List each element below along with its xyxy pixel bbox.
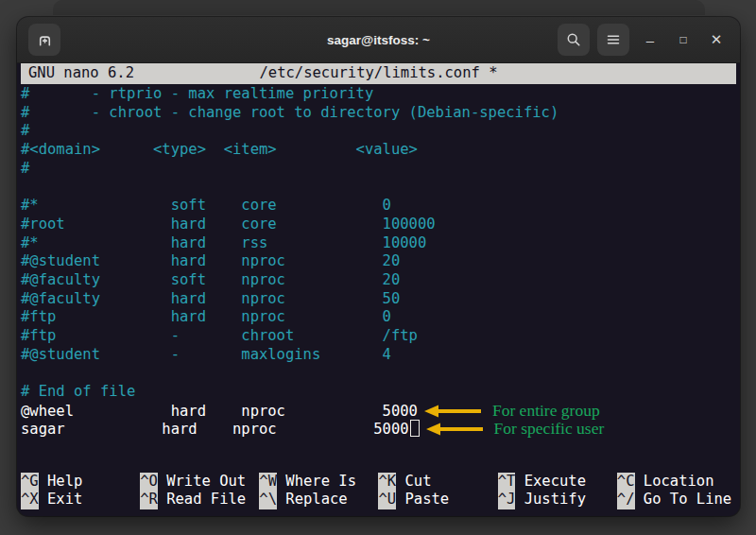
shortcut-label: Help <box>39 473 83 490</box>
terminal-line <box>21 364 736 383</box>
terminal-window: sagar@itsfoss: ~ – □ ✕ GNU nano 6 <box>17 17 740 516</box>
shortcut-key: ^C <box>617 473 635 492</box>
shortcut-item[interactable]: ^U Paste <box>378 491 497 509</box>
shortcut-key: ^U <box>378 491 396 509</box>
shortcut-item[interactable]: ^R Read File <box>140 491 259 509</box>
shortcut-key: ^X <box>21 491 39 509</box>
minimize-button[interactable]: – <box>638 26 662 54</box>
shortcut-item[interactable]: ^\ Replace <box>259 491 378 509</box>
shortcut-label: Justify <box>515 491 586 508</box>
shortcut-label: Location <box>635 473 714 490</box>
shortcut-item[interactable]: ^G Help <box>21 473 140 492</box>
shortcut-label: Replace <box>277 491 348 508</box>
nano-shortcuts: ^G Help^O Write Out^W Where Is^K Cut^T E… <box>21 473 736 509</box>
nano-filename: /etc/security/limits.conf * <box>21 64 736 83</box>
line-text: #ftp hard nproc 0 <box>21 308 391 325</box>
terminal-line: #* soft core 0 <box>21 197 736 216</box>
terminal-line: sagar hard nproc 5000For specific user <box>21 420 736 439</box>
nano-titlebar: GNU nano 6.2 /etc/security/limits.conf * <box>21 63 736 84</box>
line-text: # End of file <box>21 383 135 400</box>
annotation-label: For specific user <box>494 419 605 438</box>
terminal-line: # End of file <box>21 383 736 402</box>
line-text: #@student hard nproc 20 <box>21 252 400 269</box>
line-text: # - chroot - change root to directory (D… <box>21 104 558 121</box>
terminal-line: #* hard rss 10000 <box>21 234 736 253</box>
search-icon <box>566 32 581 47</box>
shortcut-label: Write Out <box>158 473 246 490</box>
shortcut-label: Execute <box>515 473 586 490</box>
shortcut-key: ^O <box>140 473 158 492</box>
text-cursor <box>410 420 420 437</box>
shortcut-item[interactable]: ^C Location <box>617 473 736 492</box>
shortcut-label: Where Is <box>277 473 356 490</box>
shortcut-label: Paste <box>396 491 449 508</box>
shortcut-item[interactable]: ^X Exit <box>21 491 140 509</box>
maximize-button[interactable]: □ <box>671 26 696 54</box>
line-text: #* hard rss 10000 <box>21 234 426 251</box>
line-text: #@faculty hard nproc 50 <box>21 290 400 307</box>
terminal-line: #<domain> <type> <item> <value> <box>21 141 736 160</box>
titlebar-controls: – □ ✕ <box>550 24 729 56</box>
line-text: # <box>21 122 29 139</box>
terminal-line: # <box>21 160 736 179</box>
shortcut-key: ^W <box>259 473 277 492</box>
shortcut-label: Read File <box>158 491 246 508</box>
shortcut-key: ^T <box>498 473 516 492</box>
shortcut-item[interactable]: ^O Write Out <box>140 473 259 492</box>
terminal-screen[interactable]: GNU nano 6.2 /etc/security/limits.conf *… <box>17 63 740 516</box>
search-button[interactable] <box>558 24 590 56</box>
shortcut-item[interactable]: ^T Execute <box>498 473 617 492</box>
line-text: #root hard core 100000 <box>21 216 436 233</box>
terminal-line: #@student hard nproc 20 <box>21 252 736 271</box>
shortcut-key: ^J <box>498 491 516 509</box>
terminal-line: # <box>21 122 736 141</box>
line-text: @wheel hard nproc 5000 <box>21 403 418 420</box>
line-text: #ftp - chroot /ftp <box>21 327 418 344</box>
hamburger-menu-icon <box>606 32 621 47</box>
line-text: #@faculty soft nproc 20 <box>21 271 400 288</box>
line-text: sagar hard nproc 5000 <box>21 421 409 438</box>
terminal-line: #@faculty hard nproc 50 <box>21 290 736 309</box>
shortcut-label: Cut <box>396 473 431 490</box>
menu-button[interactable] <box>597 24 629 56</box>
shortcut-label: Go To Line <box>635 491 732 508</box>
shortcut-item[interactable]: ^/ Go To Line <box>617 491 736 509</box>
close-button[interactable]: ✕ <box>704 26 729 54</box>
shortcut-key: ^R <box>140 491 158 509</box>
terminal-line <box>21 178 736 197</box>
annotation-arrow-icon <box>424 405 483 418</box>
shortcut-item[interactable]: ^J Justify <box>498 491 617 509</box>
terminal-line: #@faculty soft nproc 20 <box>21 271 736 290</box>
terminal-line: #ftp hard nproc 0 <box>21 308 736 327</box>
terminal-content: # - rtprio - max realtime priority# - ch… <box>21 84 736 473</box>
terminal-line: # - chroot - change root to directory (D… <box>21 104 736 123</box>
line-text: #@student - maxlogins 4 <box>21 346 391 363</box>
terminal-line: #root hard core 100000 <box>21 216 736 234</box>
shortcut-key: ^G <box>21 473 39 492</box>
line-text: #* soft core 0 <box>21 197 391 214</box>
shortcut-label: Exit <box>39 491 83 508</box>
background-window-edge <box>53 0 705 15</box>
new-tab-icon <box>37 32 53 48</box>
terminal-line: # - rtprio - max realtime priority <box>21 85 736 104</box>
shortcut-item[interactable]: ^K Cut <box>378 473 497 492</box>
terminal-line: @wheel hard nproc 5000For entire group <box>21 402 736 421</box>
annotation-arrow-icon <box>426 423 485 436</box>
shortcut-key: ^\ <box>259 491 277 509</box>
new-tab-button[interactable] <box>28 24 60 56</box>
line-text: # <box>21 160 29 177</box>
shortcut-key: ^K <box>378 473 396 492</box>
titlebar: sagar@itsfoss: ~ – □ ✕ <box>17 17 740 63</box>
line-text: # - rtprio - max realtime priority <box>21 85 373 102</box>
annotation-label: For entire group <box>492 401 600 420</box>
shortcut-key: ^/ <box>617 491 635 509</box>
line-text: #<domain> <type> <item> <value> <box>21 141 418 158</box>
terminal-line: #ftp - chroot /ftp <box>21 327 736 346</box>
shortcut-item[interactable]: ^W Where Is <box>259 473 378 492</box>
terminal-line: #@student - maxlogins 4 <box>21 346 736 365</box>
